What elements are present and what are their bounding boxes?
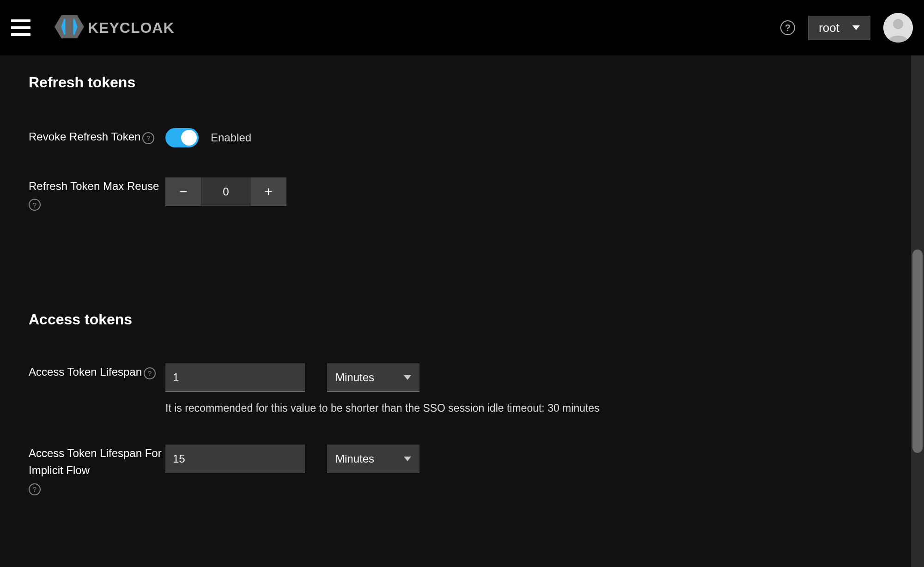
help-icon[interactable]: ? xyxy=(144,367,156,379)
help-button[interactable]: ? xyxy=(780,20,795,35)
select-access-token-lifespan-implicit-unit[interactable]: Minutes xyxy=(327,445,419,473)
brand-logo[interactable]: KEYCLOAK xyxy=(54,13,175,42)
keycloak-logo-icon xyxy=(54,13,85,42)
caret-down-icon xyxy=(852,25,860,30)
toggle-state-label: Enabled xyxy=(211,131,251,144)
svg-marker-0 xyxy=(55,15,84,38)
increment-button[interactable]: + xyxy=(250,177,286,206)
stepper-refresh-token-max-reuse: − + xyxy=(165,177,286,206)
helper-access-token-lifespan: It is recommended for this value to be s… xyxy=(165,402,600,415)
input-access-token-lifespan[interactable] xyxy=(165,363,305,392)
select-value: Minutes xyxy=(335,371,374,384)
realm-selector-label: root xyxy=(819,21,839,35)
help-icon[interactable]: ? xyxy=(142,132,154,144)
input-refresh-token-max-reuse[interactable] xyxy=(201,177,250,206)
section-title-access-tokens: Access tokens xyxy=(29,293,896,363)
caret-down-icon xyxy=(404,375,411,380)
row-access-token-lifespan-implicit: Access Token Lifespan For Implicit Flow … xyxy=(29,445,896,494)
section-title-refresh-tokens: Refresh tokens xyxy=(29,55,896,128)
main-content: Refresh tokens Revoke Refresh Token ? En… xyxy=(0,55,924,567)
label-refresh-token-max-reuse: Refresh Token Max Reuse xyxy=(29,177,159,195)
svg-point-4 xyxy=(893,19,903,29)
label-revoke-refresh-token: Revoke Refresh Token xyxy=(29,128,140,145)
label-access-token-lifespan: Access Token Lifespan xyxy=(29,363,142,380)
row-refresh-token-max-reuse: Refresh Token Max Reuse ? − + xyxy=(29,177,896,209)
scrollbar-thumb[interactable] xyxy=(912,250,923,453)
row-access-token-lifespan: Access Token Lifespan ? Minutes It is re… xyxy=(29,363,896,415)
select-value: Minutes xyxy=(335,452,374,465)
help-icon[interactable]: ? xyxy=(29,199,41,211)
caret-down-icon xyxy=(404,457,411,461)
input-access-token-lifespan-implicit[interactable] xyxy=(165,445,305,473)
row-revoke-refresh-token: Revoke Refresh Token ? Enabled xyxy=(29,128,896,147)
decrement-button[interactable]: − xyxy=(165,177,201,206)
brand-text: KEYCLOAK xyxy=(88,19,175,37)
menu-toggle-button[interactable] xyxy=(11,19,30,36)
user-avatar[interactable] xyxy=(883,13,913,43)
app-header: KEYCLOAK ? root xyxy=(0,0,924,55)
label-access-token-lifespan-implicit: Access Token Lifespan For Implicit Flow xyxy=(29,445,165,479)
help-icon[interactable]: ? xyxy=(29,483,41,495)
realm-selector[interactable]: root xyxy=(808,16,870,40)
scrollbar-track[interactable] xyxy=(911,55,924,567)
select-access-token-lifespan-unit[interactable]: Minutes xyxy=(327,363,419,392)
toggle-revoke-refresh-token[interactable] xyxy=(165,128,199,147)
